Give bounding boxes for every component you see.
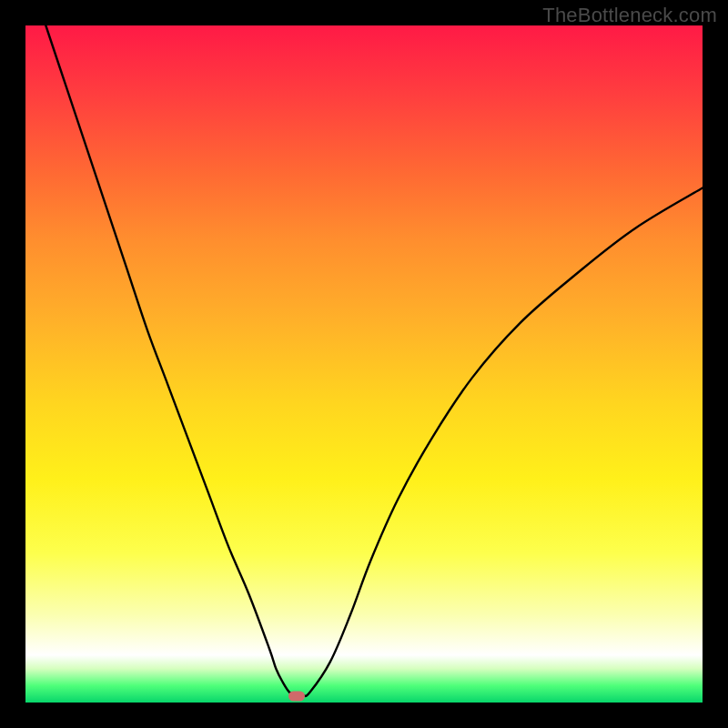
bottleneck-curve: [25, 25, 703, 703]
optimal-point-marker: [288, 691, 305, 701]
plot-area: [25, 25, 703, 703]
watermark-text: TheBottleneck.com: [542, 4, 717, 27]
